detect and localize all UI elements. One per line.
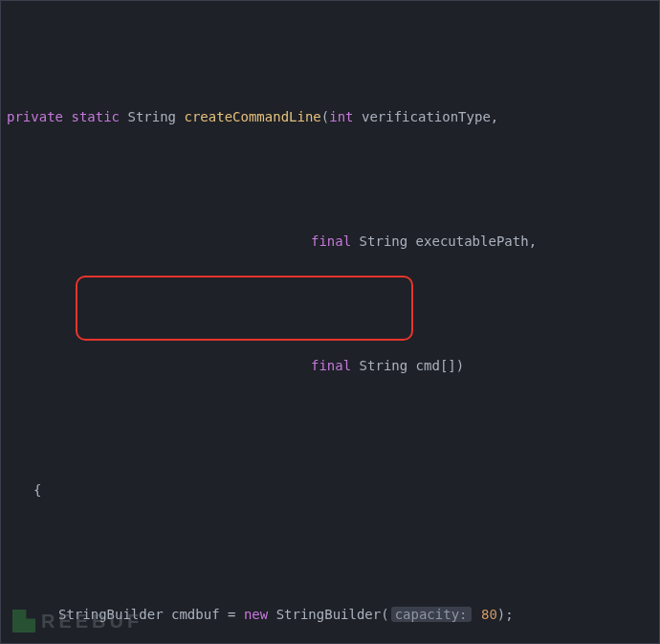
code-block: private static String createCommandLine(…: [1, 1, 659, 644]
code-line: {: [1, 477, 659, 502]
code-line: private static String createCommandLine(…: [1, 104, 659, 129]
code-line: final String executablePath,: [1, 229, 659, 254]
code-line: final String cmd[]): [1, 353, 659, 378]
code-editor: private static String createCommandLine(…: [0, 0, 660, 644]
code-line: StringBuilder cmdbuf = new StringBuilder…: [1, 602, 659, 627]
